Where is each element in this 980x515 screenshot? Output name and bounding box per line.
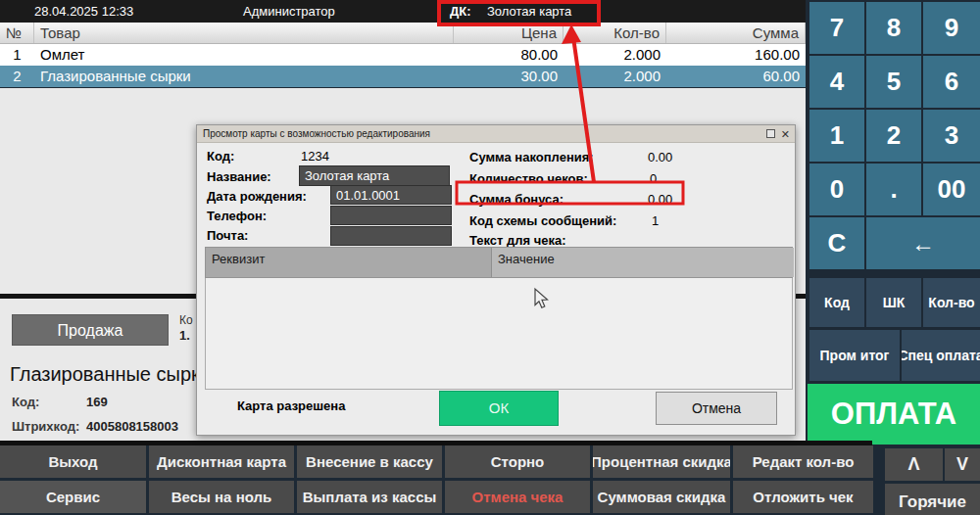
backspace-key[interactable]: ← (866, 217, 980, 269)
function-button-bar: Выход Дисконтная карта Внесение в кассу … (0, 445, 873, 513)
numeric-keypad: 7 8 9 4 5 6 1 2 3 0 . 00 C ← (809, 2, 980, 269)
key-0[interactable]: 0 (809, 164, 864, 215)
pay-button[interactable]: ОПЛАТА (808, 384, 980, 445)
subtotal-button[interactable]: Пром итог (809, 330, 900, 381)
check-count-value: 0 (650, 171, 657, 186)
col-price: Цена (454, 23, 564, 43)
quantity-button[interactable]: Кол-во (923, 278, 980, 327)
datetime-text: 28.04.2025 12:33 (34, 0, 133, 23)
payment-mode-buttons: Пром итог Спец оплата (809, 330, 980, 381)
sales-table-header: № Товар Цена Кол-во Сумма (0, 23, 806, 44)
key-8[interactable]: 8 (866, 2, 921, 54)
bonus-sum-value: 0.00 (648, 192, 672, 207)
discount-card-label: ДК: (450, 0, 471, 23)
code-button[interactable]: Код (809, 278, 864, 327)
maximize-icon[interactable] (766, 129, 775, 138)
discount-card-button[interactable]: Дисконтная карта (149, 445, 294, 478)
hold-check-button[interactable]: Отложить чек (733, 481, 873, 513)
service-button[interactable]: Сервис (0, 481, 146, 513)
row-price: 80.00 (454, 44, 564, 66)
email-label: Почта: (207, 228, 248, 243)
accum-sum-label: Сумма накопления: (469, 150, 594, 164)
scale-zero-button[interactable]: Весы на ноль (149, 481, 294, 513)
phone-label: Телефон: (207, 209, 267, 223)
special-payment-button[interactable]: Спец оплата (902, 330, 980, 381)
sale-mode-button[interactable]: Продажа (12, 314, 169, 346)
hot-keys-button[interactable]: Горячие (885, 484, 980, 515)
status-bar: 28.04.2025 12:33 Администратор ДК: Золот… (0, 0, 806, 23)
col-product: Товар (34, 23, 454, 43)
key-00[interactable]: 00 (923, 164, 980, 215)
birthdate-label: Дата рождения: (207, 189, 307, 204)
row-number: 2 (0, 66, 34, 87)
key-dot[interactable]: . (866, 164, 921, 215)
check-count-label: Количество чеков: (469, 171, 588, 186)
storno-button[interactable]: Сторно (445, 445, 590, 478)
scheme-code-label: Код схемы сообщений: (469, 213, 616, 228)
scroll-up-button[interactable]: Λ (885, 448, 943, 481)
key-6[interactable]: 6 (923, 56, 980, 108)
discount-card-value: Золотая карта (487, 0, 571, 23)
row-product: Омлет (34, 44, 454, 66)
table-row[interactable]: 1 Омлет 80.00 2.000 160.00 (0, 44, 806, 66)
accum-sum-value: 0.00 (648, 150, 672, 164)
requisites-table: Реквизит Значение (205, 247, 793, 390)
product-code-value: 169 (86, 395, 108, 409)
hidden-value-fragment: 1. (179, 328, 190, 343)
percent-discount-button[interactable]: Процентная скидка (593, 445, 730, 478)
entry-mode-buttons: Код ШК Кол-во (809, 278, 980, 327)
row-qty: 2.000 (564, 44, 666, 66)
hidden-label-fragment: Ко (179, 313, 193, 327)
barcode-button[interactable]: ШК (866, 278, 921, 327)
sales-table: № Товар Цена Кол-во Сумма 1 Омлет 80.00 … (0, 23, 806, 87)
dialog-titlebar[interactable]: Просмотр карты с возможностью редактиров… (197, 125, 795, 143)
bonus-sum-label: Сумма бонуса: (469, 192, 564, 207)
row-sum: 60.00 (666, 66, 806, 87)
key-1[interactable]: 1 (809, 110, 864, 162)
edit-quantity-button[interactable]: Редакт кол-во (733, 445, 873, 478)
scroll-down-button[interactable]: V (945, 448, 980, 481)
clear-key[interactable]: C (809, 217, 864, 269)
key-3[interactable]: 3 (923, 110, 980, 162)
row-number: 1 (0, 44, 34, 66)
phone-input[interactable] (330, 206, 452, 225)
card-allowed-text: Карта разрешена (237, 398, 345, 413)
product-code-label: Код: (12, 395, 39, 409)
row-product: Глазированные сырки (34, 66, 454, 87)
col-requisite: Реквизит (206, 248, 492, 277)
requisites-header: Реквизит Значение (205, 247, 793, 278)
exit-button[interactable]: Выход (0, 445, 146, 478)
card-name-label: Название: (207, 169, 271, 184)
key-4[interactable]: 4 (809, 56, 864, 108)
cash-in-button[interactable]: Внесение в кассу (297, 445, 442, 478)
product-name-text: Глазированные сырки (10, 363, 211, 386)
col-value: Значение (492, 248, 794, 277)
card-code-label: Код: (207, 149, 234, 164)
sum-discount-button[interactable]: Суммовая скидка (593, 481, 730, 513)
key-9[interactable]: 9 (923, 2, 980, 54)
current-user-text: Администратор (243, 0, 335, 23)
row-qty: 2.000 (564, 66, 666, 87)
barcode-value: 4005808158003 (86, 419, 178, 434)
card-view-dialog: Просмотр карты с возможностью редактиров… (196, 124, 796, 436)
keypad-panel: 7 8 9 4 5 6 1 2 3 0 . 00 C ← Код ШК Кол-… (806, 0, 980, 515)
key-7[interactable]: 7 (809, 2, 864, 54)
key-2[interactable]: 2 (866, 110, 921, 162)
close-icon[interactable]: ✕ (781, 126, 790, 142)
cash-out-button[interactable]: Выплата из кассы (297, 481, 442, 513)
ok-button[interactable]: ОК (439, 391, 559, 426)
email-input[interactable] (330, 226, 452, 246)
key-5[interactable]: 5 (866, 56, 921, 108)
requisites-list-empty (205, 278, 793, 390)
row-price: 30.00 (454, 66, 564, 87)
col-sum: Сумма (666, 23, 806, 43)
col-number: № (0, 23, 34, 43)
card-name-input[interactable]: Золотая карта (299, 165, 450, 186)
row-sum: 160.00 (666, 44, 806, 66)
cancel-button[interactable]: Отмена (656, 392, 777, 425)
cancel-check-button[interactable]: Отмена чека (445, 481, 590, 513)
table-row-selected[interactable]: 2 Глазированные сырки 30.00 2.000 60.00 (0, 66, 806, 87)
birthdate-input[interactable]: 01.01.0001 (330, 185, 452, 205)
scheme-code-value: 1 (652, 213, 659, 228)
barcode-label: Штрихкод: (12, 419, 79, 434)
